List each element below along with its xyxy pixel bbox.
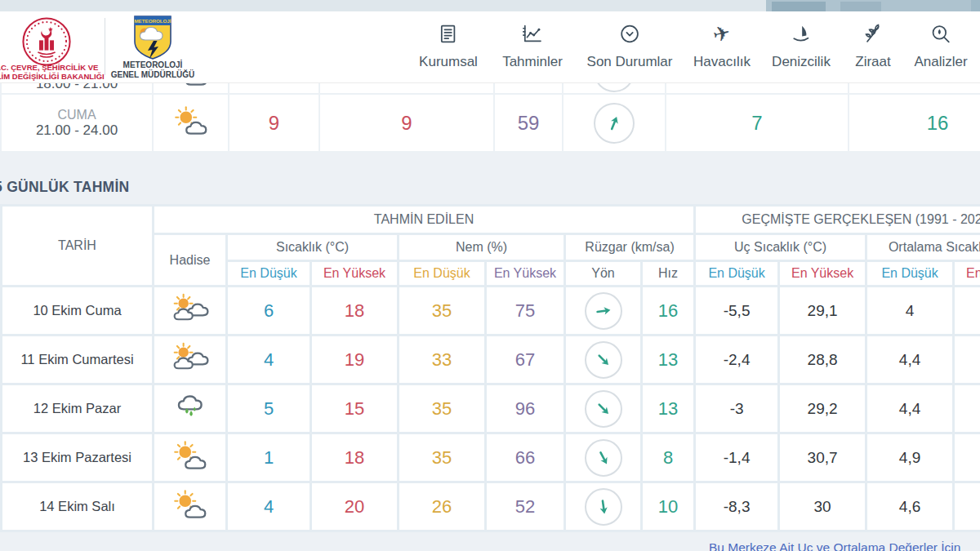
extreme-max-cell: 30,7 [780,434,865,481]
wind-arrow-icon [601,110,626,136]
ministry-name-line2: İKLİM DEĞİŞİKLİĞİ BAKANLIĞI [0,72,105,81]
extreme-max-cell: 29,1 [780,287,865,334]
top-bar-clipped-tab [840,2,881,11]
column-header-uc-sicaklik: Uç Sıcaklık (°C) [696,235,865,260]
average-min-cell: 4 [867,287,952,334]
subheader-en-dusuk: En Düşük [696,262,777,285]
temp-min-cell: 5 [228,385,310,432]
sail-icon [772,23,831,49]
nav-label: Analizler [914,54,967,69]
temp-max-cell: 20 [312,483,397,530]
average-max-cell [955,483,980,530]
nav-label: Denizcilik [772,54,831,69]
extreme-min-cell: -2,4 [696,336,777,383]
nav-item-tahminler[interactable]: Tahminler [502,23,563,70]
time-range: 21.00 - 24.00 [2,122,151,139]
weather-cell [154,287,225,334]
extreme-min-cell: -5,5 [696,287,777,334]
column-header-ortalama-sicaklik: Ortalama Sıcaklık (°C) [867,235,980,260]
nav-label: Ziraat [855,54,890,69]
temp-min-cell: 6 [228,287,310,334]
nav-label: Tahminler [502,54,563,69]
date-cell: 10 Ekim Cuma [2,287,152,334]
logo-divider [105,18,105,75]
time-cell: CUMA 21.00 - 24.00 [1,94,153,152]
wind-arrow-icon [592,495,614,518]
humidity-max-cell: 96 [487,385,564,432]
nav-item-son-durumlar[interactable]: Son Durumlar [587,23,673,70]
nav-item-ziraat[interactable]: Ziraat [855,23,890,70]
subheader-en-yuksek: En Yüksek [487,262,564,285]
footer-values-link[interactable]: Bu Merkeze Ait Uç ve Ortalama Değerler İ… [709,540,960,551]
magnifier-drop-icon [914,23,967,49]
average-min-cell: 4,6 [867,483,952,530]
column-header-sicaklik: Sıcaklık (°C) [228,235,397,260]
temp-max-cell: 18 [312,287,397,334]
shield-label: METEOROLOJİ [134,18,171,24]
wind-arrow-icon [590,444,616,470]
mgm-name-line1: METEOROLOJİ [111,60,195,70]
humidity-min-cell: 26 [399,483,484,530]
weather-cell [154,385,225,432]
circle-chevron-icon [587,23,673,49]
table-row: 12 Ekim Pazar 5 15 35 96 13 -3 29,2 4,4 [2,385,980,432]
top-bar-edge [971,0,980,11]
extreme-min-cell: -1,4 [696,434,777,481]
site-header: T.C. ÇEVRE, ŞEHİRCİLİK VE İKLİM DEĞİŞİKL… [0,11,980,83]
wind-speed-cell: 13 [643,385,693,432]
humidity-min-cell: 33 [399,336,484,383]
ministry-logo[interactable]: T.C. ÇEVRE, ŞEHİRCİLİK VE İKLİM DEĞİŞİKL… [0,11,106,82]
humidity-max-cell: 66 [487,434,564,481]
nav-label: Kurumsal [419,54,478,69]
group-header-gecmiste: GEÇMİŞTE GERÇEKLEŞEN (1991 - 2020) [696,207,980,233]
wind-speed-cell: 13 [643,336,693,383]
nav-item-kurumsal[interactable]: Kurumsal [419,23,478,70]
sun-one-cloud-icon [171,489,210,522]
extreme-max-cell: 29,2 [780,385,865,432]
weather-cell [154,336,225,383]
sun-one-cloud-icon [171,440,210,473]
subheader-en-yuksek: En Yüksek [780,262,865,285]
extreme-min-cell: -8,3 [696,483,777,530]
nav-item-havacilik[interactable]: ✈ Havacılık [693,23,751,70]
humidity-max-cell: 52 [487,483,564,530]
day-label: CUMA [2,108,151,122]
sun-two-clouds-icon [171,342,210,375]
table-row: 14 Ekim Salı 4 20 26 52 10 -8,3 30 4,6 [2,483,980,530]
wind-direction-cell [566,385,640,432]
weather-cell [153,94,229,152]
wind-circle [585,439,622,477]
subheader-hiz: Hız [643,262,693,285]
wind-arrow-icon [592,300,614,322]
subheader-en-dusuk: En Düşük [867,262,952,285]
nav-label: Son Durumlar [587,54,673,69]
mgm-logo[interactable]: METEOROLOJİ METEOROLOJİ GENEL MÜDÜRLÜĞÜ [118,11,188,82]
wind-circle [585,488,622,526]
subheader-yon: Yön [566,262,640,285]
date-cell: 14 Ekim Salı [2,483,152,530]
weather-cell [154,434,225,481]
average-min-cell: 4,9 [867,434,952,481]
chart-icon [502,23,563,49]
column-header-nem: Nem (%) [399,235,564,260]
temp-max-cell: 18 [312,434,397,481]
daily-forecast-table: TARİH TAHMİN EDİLEN GEÇMİŞTE GERÇEKLEŞEN… [0,204,980,532]
mgm-name-line2: GENEL MÜDÜRLÜĞÜ [111,70,195,80]
nav-item-denizcilik[interactable]: Denizcilik [772,23,831,70]
plane-icon: ✈ [693,23,751,49]
table-row: CUMA 21.00 - 24.00 9 9 59 7 16 [1,94,980,152]
humidity-max-cell: 67 [487,336,564,383]
date-cell: 12 Ekim Pazar [2,385,152,432]
ministry-name-line1: T.C. ÇEVRE, ŞEHİRCİLİK VE [0,63,105,72]
temp-min-cell: 4 [228,483,310,530]
humidity-min-cell: 35 [399,434,484,481]
wind-speed-cell: 10 [643,483,693,530]
wind-speed-cell: 16 [643,287,693,334]
date-cell: 11 Ekim Cumartesi [2,336,152,383]
subheader-en-dusuk: En Düşük [399,262,484,285]
mgm-weather-page: { "header": { "ministry": { "line1": "T.… [0,0,980,551]
document-icon [419,23,478,49]
nav-item-analizler[interactable]: Analizler [914,23,967,70]
top-bar [0,0,980,11]
extreme-min-cell: -3 [696,385,777,432]
